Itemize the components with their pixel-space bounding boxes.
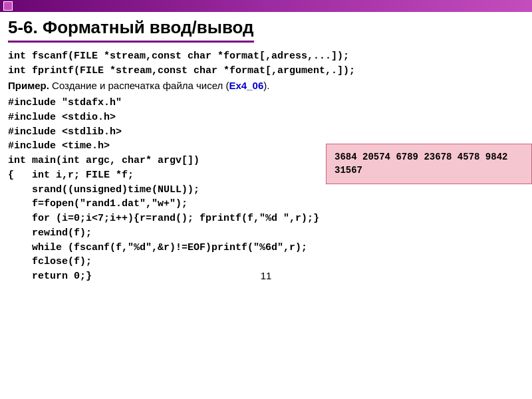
top-bar-decoration <box>3 1 13 11</box>
example-link[interactable]: Ex4_06 <box>229 80 264 91</box>
top-bar <box>0 0 532 12</box>
code-line-6: srand((unsigned)time(NULL)); <box>8 183 524 198</box>
popup-text: 3684 20574 6789 23678 4578 9842 31567 <box>334 152 507 176</box>
code-line-1: #include <stdio.h> <box>8 110 524 125</box>
code-line-7: f=fopen("rand1.dat","w+"); <box>8 197 524 211</box>
fprintf-line: int fprintf(FILE *stream,const char *for… <box>8 64 524 78</box>
output-popup: 3684 20574 6789 23678 4578 9842 31567 <box>326 144 532 184</box>
code-block: #include "stdafx.h" #include <stdio.h> #… <box>8 96 524 284</box>
slide-content: 5-6. Форматный ввод/вывод int fscanf(FIL… <box>0 12 532 289</box>
code-line-11: fclose(f); <box>8 255 524 269</box>
fscanf-line: int fscanf(FILE *stream,const char *form… <box>8 49 524 64</box>
code-line-9: rewind(f); <box>8 226 524 241</box>
page-number: 11 <box>261 270 272 281</box>
example-label: Пример. <box>8 80 49 91</box>
code-line-2: #include <stdlib.h> <box>8 125 524 140</box>
code-line-8: for (i=0;i<7;i++){r=rand(); fprintf(f,"%… <box>8 211 524 226</box>
slide-title: 5-6. Форматный ввод/вывод <box>8 17 254 43</box>
example-text: Создание и распечатка файла чисел ( <box>49 80 229 91</box>
example-end: ). <box>263 80 269 91</box>
code-line-0: #include "stdafx.h" <box>8 96 524 110</box>
code-line-10: while (fscanf(f,"%d",&r)!=EOF)printf("%6… <box>8 241 524 255</box>
example-description: Пример. Создание и распечатка файла чисе… <box>8 78 524 94</box>
